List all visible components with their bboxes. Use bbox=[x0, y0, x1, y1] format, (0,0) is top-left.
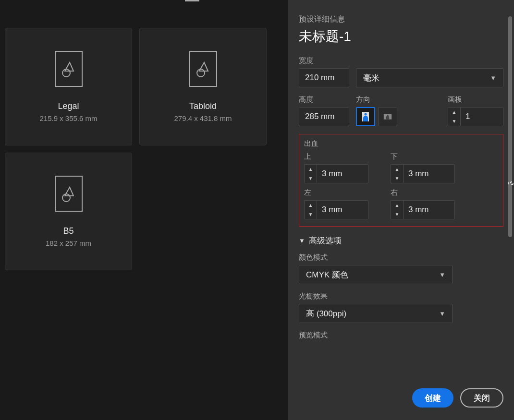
bleed-bottom-label: 下 bbox=[391, 152, 467, 161]
bleed-bottom-stepper[interactable]: ▲▼ bbox=[391, 164, 467, 183]
bleed-top-input[interactable] bbox=[317, 164, 368, 183]
preset-details-panel: 预设详细信息 未标题-1 宽度 毫米 ▼ 高度 方向 bbox=[288, 0, 514, 420]
bleed-left-stepper[interactable]: ▲▼ bbox=[304, 200, 381, 219]
step-up-icon[interactable]: ▲ bbox=[391, 165, 403, 174]
step-up-icon[interactable]: ▲ bbox=[305, 201, 317, 210]
step-down-icon[interactable]: ▼ bbox=[305, 174, 317, 183]
orientation-label: 方向 bbox=[356, 95, 397, 104]
document-icon bbox=[189, 51, 217, 87]
unit-selected: 毫米 bbox=[363, 72, 379, 84]
scrollbar[interactable] bbox=[508, 16, 512, 237]
bleed-right-stepper[interactable]: ▲▼ bbox=[391, 200, 467, 219]
bleed-label: 出血 bbox=[304, 139, 498, 148]
step-down-icon[interactable]: ▼ bbox=[391, 210, 403, 219]
details-label: 预设详细信息 bbox=[299, 14, 503, 24]
step-down-icon[interactable]: ▼ bbox=[305, 210, 317, 219]
preset-name: B5 bbox=[63, 226, 73, 236]
svg-point-2 bbox=[62, 194, 70, 202]
preset-name: Tabloid bbox=[189, 101, 217, 111]
step-down-icon[interactable]: ▼ bbox=[448, 117, 460, 126]
create-button[interactable]: 创建 bbox=[412, 388, 453, 408]
chevron-down-icon: ▼ bbox=[490, 74, 496, 82]
bleed-left-label: 左 bbox=[304, 188, 381, 197]
bleed-section: 出血 上 ▲▼ 下 ▲▼ 左 bbox=[299, 134, 503, 227]
orientation-portrait[interactable] bbox=[356, 107, 375, 126]
document-icon bbox=[55, 51, 83, 87]
document-icon bbox=[55, 176, 83, 212]
bleed-top-label: 上 bbox=[304, 152, 381, 161]
close-button[interactable]: 关闭 bbox=[460, 388, 503, 408]
preset-tabloid[interactable]: Tabloid 279.4 x 431.8 mm bbox=[139, 28, 267, 145]
bleed-bottom-input[interactable] bbox=[403, 164, 455, 183]
height-label: 高度 bbox=[299, 95, 349, 104]
chevron-down-icon: ▼ bbox=[439, 271, 445, 278]
active-tab-indicator bbox=[185, 0, 199, 1]
step-up-icon[interactable]: ▲ bbox=[448, 108, 460, 117]
step-up-icon[interactable]: ▲ bbox=[305, 165, 317, 174]
artboard-input[interactable] bbox=[460, 107, 503, 126]
artboard-label: 画板 bbox=[448, 95, 503, 104]
width-input[interactable] bbox=[299, 68, 349, 87]
preset-legal[interactable]: Legal 215.9 x 355.6 mm bbox=[5, 28, 132, 145]
bleed-top-stepper[interactable]: ▲▼ bbox=[304, 164, 381, 183]
preset-gallery: Legal 215.9 x 355.6 mm Tabloid 279.4 x 4… bbox=[0, 0, 288, 420]
preset-dimensions: 215.9 x 355.6 mm bbox=[39, 114, 97, 122]
raster-select[interactable]: 高 (300ppi) ▼ bbox=[299, 304, 453, 323]
bleed-left-input[interactable] bbox=[317, 200, 368, 219]
raster-label: 光栅效果 bbox=[299, 292, 503, 301]
color-mode-select[interactable]: CMYK 颜色 ▼ bbox=[299, 265, 453, 284]
preset-dimensions: 182 x 257 mm bbox=[46, 239, 91, 247]
bleed-right-label: 右 bbox=[391, 188, 467, 197]
color-mode-value: CMYK 颜色 bbox=[306, 269, 348, 280]
unit-select[interactable]: 毫米 ▼ bbox=[356, 68, 503, 87]
chevron-down-icon: ▼ bbox=[299, 237, 305, 244]
svg-point-4 bbox=[365, 113, 367, 116]
step-down-icon[interactable]: ▼ bbox=[391, 174, 403, 183]
width-label: 宽度 bbox=[299, 56, 503, 65]
advanced-options-toggle[interactable]: ▼ 高级选项 bbox=[299, 235, 503, 246]
height-input[interactable] bbox=[299, 107, 349, 126]
raster-value: 高 (300ppi) bbox=[306, 308, 346, 319]
artboard-stepper[interactable]: ▲▼ bbox=[448, 107, 503, 126]
step-up-icon[interactable]: ▲ bbox=[391, 201, 403, 210]
bleed-right-input[interactable] bbox=[403, 200, 455, 219]
orientation-landscape[interactable] bbox=[378, 107, 397, 126]
preset-dimensions: 279.4 x 431.8 mm bbox=[174, 114, 232, 122]
svg-point-0 bbox=[62, 69, 70, 77]
advanced-label: 高级选项 bbox=[309, 235, 342, 246]
preset-b5[interactable]: B5 182 x 257 mm bbox=[5, 153, 132, 270]
preview-mode-label: 预览模式 bbox=[299, 331, 503, 340]
document-title[interactable]: 未标题-1 bbox=[299, 27, 351, 46]
link-bleed-icon[interactable] bbox=[507, 179, 514, 191]
svg-point-1 bbox=[197, 69, 205, 77]
preset-name: Legal bbox=[58, 101, 79, 111]
chevron-down-icon: ▼ bbox=[439, 310, 445, 317]
color-mode-label: 颜色模式 bbox=[299, 253, 503, 262]
